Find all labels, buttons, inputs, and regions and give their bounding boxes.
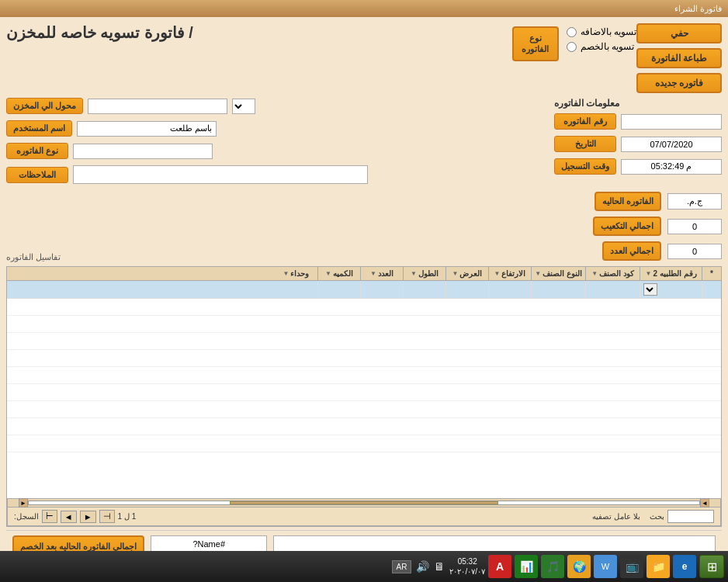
radio-discount[interactable]: تسويه بالخصم: [567, 41, 634, 52]
top-area: حفي طباعة الفاتورة فاتوره جديده تسويه با…: [6, 23, 722, 93]
back-button[interactable]: حفي: [636, 23, 722, 43]
invoice-type-button[interactable]: نوع الفاتوره: [512, 26, 559, 61]
count-cell[interactable]: [360, 281, 403, 298]
height-cell[interactable]: [488, 281, 531, 298]
invoice-type-input[interactable]: [73, 144, 213, 159]
taskbar-network-icon[interactable]: 🖥: [434, 560, 445, 573]
taskbar-excel-icon[interactable]: 📊: [515, 555, 538, 578]
invoice-num-row: رقم الفاتوره: [554, 113, 722, 130]
radio-group: تسويه بالاضافه تسويه بالخصم: [567, 26, 636, 52]
date-label: التاريخ: [554, 136, 616, 152]
nav-next-btn[interactable]: ►: [80, 511, 96, 523]
table-row: [7, 418, 721, 435]
search-input[interactable]: [667, 510, 714, 523]
summary-section: ج.م. الفاتوره الحاليه 0 اجمالي التكعيب 0…: [593, 192, 722, 264]
time-row: وقت التسجيل: [554, 158, 722, 175]
record-label: السجل:: [14, 512, 39, 521]
warehouse-input[interactable]: [88, 99, 227, 114]
row-dropdown[interactable]: [643, 283, 657, 296]
taskbar-date-text: ٢٠٢٠/٠٧/٠٧: [449, 566, 485, 577]
table-details-label-area: ج.م. الفاتوره الحاليه 0 اجمالي التكعيب 0…: [6, 192, 722, 264]
nav-last-btn[interactable]: ⊢: [99, 510, 115, 523]
current-invoice-value: ج.م.: [667, 193, 722, 210]
date-row: التاريخ: [554, 136, 722, 152]
search-label: بحث: [650, 512, 664, 521]
print-button[interactable]: طباعة الفاتورة: [636, 48, 722, 68]
taskbar-doc-icon[interactable]: W: [594, 555, 617, 578]
taskbar-browser-icon[interactable]: 🌍: [567, 555, 591, 578]
current-invoice-row: ج.م. الفاتوره الحاليه: [593, 192, 722, 211]
left-buttons: حفي طباعة الفاتورة فاتوره جديده: [636, 23, 722, 93]
horizontal-scrollbar[interactable]: ◄ ►: [7, 498, 721, 508]
table-navigation: بحث بلا عامل تصفيه 1 ل 1 ⊢ ► ◄ ⊣ السجل:: [7, 508, 721, 526]
col-header-unit[interactable]: وحداء ▼: [275, 267, 317, 280]
table-body[interactable]: [7, 281, 721, 498]
col-header-height[interactable]: الارتفاع ▼: [488, 267, 531, 280]
total-pack-value: 0: [667, 219, 722, 234]
row-num-cell: [702, 281, 721, 298]
user-input[interactable]: [77, 121, 217, 137]
taskbar-media-icon[interactable]: 📺: [620, 555, 643, 578]
taskbar-ie-icon[interactable]: e: [673, 555, 696, 578]
invoice-num-input[interactable]: [621, 114, 722, 130]
record-info: 1 ل 1: [118, 512, 137, 521]
quantity-cell[interactable]: [317, 281, 360, 298]
invoice-type-label: نوع الفاتوره: [6, 143, 68, 159]
col-header-quantity[interactable]: الكميه ▼: [317, 267, 360, 280]
date-input[interactable]: [621, 137, 722, 152]
scroll-thumb[interactable]: [230, 501, 498, 504]
col-header-width[interactable]: العرض ▼: [445, 267, 488, 280]
title-bar-text: فاتورة الشراء: [674, 4, 722, 14]
time-label: وقت التسجيل: [554, 158, 616, 175]
radio-discount-input[interactable]: [567, 42, 577, 52]
invoice-num-cell[interactable]: [640, 281, 702, 298]
width-cell[interactable]: [445, 281, 488, 298]
footer-section: #Name? اجمالي الفاتوره الحاليه بعد الخصم: [6, 530, 722, 551]
scroll-right-btn[interactable]: ►: [19, 498, 28, 508]
notes-label: الملاحظات: [6, 167, 68, 183]
taskbar-time-text: 05:32: [449, 556, 485, 566]
taskbar-app-icon[interactable]: A: [488, 555, 511, 578]
notes-input[interactable]: [73, 165, 368, 184]
warehouse-dropdown[interactable]: [232, 99, 255, 114]
user-row: اسم المستخدم: [6, 120, 539, 137]
unit-cell[interactable]: [275, 281, 317, 298]
invoice-table: * رقم الطلبيه 2 ▼ كود الصنف ▼ النوع الصن…: [6, 266, 722, 527]
taskbar: ⊞ e 📁 📺 W 🌍 🎵 📊 A AR 🔊 🖥 05:32 ٢٠٢٠/٠٧/٠…: [0, 551, 728, 582]
taskbar-volume-icon[interactable]: 🔊: [416, 560, 429, 573]
taskbar-lang[interactable]: AR: [392, 560, 412, 573]
table-row: [7, 401, 721, 418]
table-row: [7, 384, 721, 401]
taskbar-folder-icon[interactable]: 📁: [647, 555, 670, 578]
time-input[interactable]: [621, 159, 722, 175]
invoice-type-row: نوع الفاتوره: [6, 143, 539, 159]
scroll-track[interactable]: [28, 501, 700, 505]
page-title: / فاتورة تسويه خاصه للمخزن: [6, 23, 512, 42]
col-header-item-code[interactable]: كود الصنف ▼: [585, 267, 640, 280]
footer-total-label: اجمالي الفاتوره الحاليه بعد الخصم: [12, 535, 144, 551]
warehouse-label: محول الي المخزن: [6, 98, 83, 114]
table-row: [7, 350, 721, 367]
col-header-count[interactable]: العدد ▼: [360, 267, 403, 280]
new-invoice-button[interactable]: فاتوره جديده: [636, 73, 722, 93]
taskbar-music-icon[interactable]: 🎵: [541, 555, 564, 578]
no-filter-text: بلا عامل تصفيه: [592, 512, 640, 521]
search-section: بحث بلا عامل تصفيه: [592, 510, 714, 523]
item-type-cell[interactable]: [531, 281, 585, 298]
radio-add-input[interactable]: [567, 27, 577, 37]
table-row[interactable]: [7, 281, 721, 299]
length-cell[interactable]: [403, 281, 445, 298]
col-header-invoice-num[interactable]: رقم الطلبيه 2 ▼: [640, 267, 702, 280]
total-pack-row: 0 اجمالي التكعيب: [593, 217, 722, 236]
footer-input[interactable]: [273, 535, 716, 551]
item-code-cell[interactable]: [585, 281, 640, 298]
scroll-left-btn[interactable]: ◄: [700, 498, 709, 508]
col-header-length[interactable]: الطول ▼: [403, 267, 445, 280]
start-button[interactable]: ⊞: [699, 555, 724, 578]
table-row: [7, 367, 721, 384]
nav-first-btn[interactable]: ⊣: [42, 510, 57, 523]
radio-add[interactable]: تسويه بالاضافه: [567, 26, 636, 37]
notes-row: الملاحظات: [6, 165, 539, 184]
col-header-item-type[interactable]: النوع الصنف ▼: [531, 267, 585, 280]
nav-prev-btn[interactable]: ◄: [61, 511, 77, 523]
